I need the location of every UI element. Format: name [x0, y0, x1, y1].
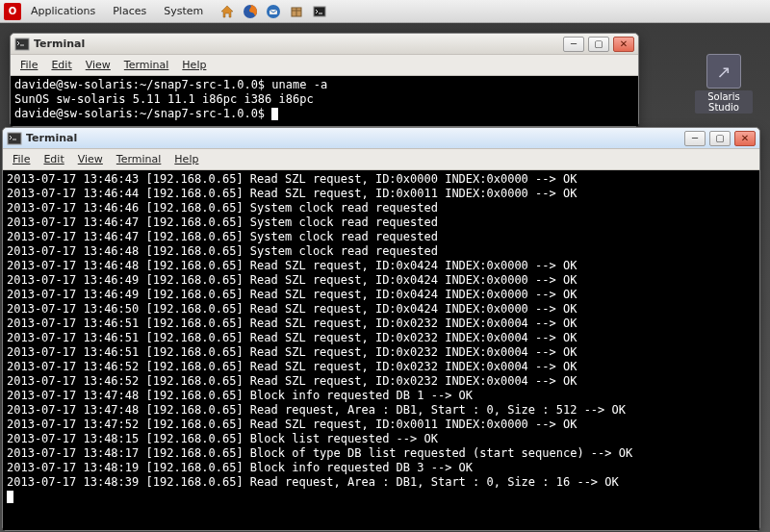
menu-edit[interactable]: Edit — [45, 57, 77, 73]
panel-menu-system[interactable]: System — [156, 3, 211, 19]
titlebar[interactable]: Terminal ─ ▢ ✕ — [11, 34, 638, 55]
menu-help[interactable]: Help — [168, 151, 204, 167]
menu-file[interactable]: File — [14, 57, 43, 73]
arrow-icon: ↗ — [706, 54, 741, 89]
close-button[interactable]: ✕ — [734, 131, 756, 146]
svg-rect-6 — [8, 133, 21, 144]
terminal-window-1[interactable]: Terminal ─ ▢ ✕ File Edit View Terminal H… — [10, 33, 639, 127]
home-icon[interactable] — [217, 2, 238, 21]
oracle-logo: O — [4, 3, 21, 20]
menu-terminal[interactable]: Terminal — [118, 57, 175, 73]
terminal-icon — [14, 37, 30, 52]
desktop-panel: O Applications Places System — [0, 0, 770, 23]
maximize-button[interactable]: ▢ — [709, 131, 731, 146]
terminal-output[interactable]: davide@sw-solaris:~/snap7-src-1.0.0$ una… — [11, 76, 638, 126]
panel-menu-applications[interactable]: Applications — [23, 3, 103, 19]
menu-terminal[interactable]: Terminal — [111, 151, 167, 167]
menu-file[interactable]: File — [7, 151, 36, 167]
menubar: File Edit View Terminal Help — [3, 149, 759, 170]
window-title: Terminal — [34, 38, 85, 50]
desktop-icon-label: Solaris Studio — [695, 90, 753, 114]
terminal-window-2[interactable]: Terminal ─ ▢ ✕ File Edit View Terminal H… — [2, 127, 760, 531]
svg-rect-5 — [15, 38, 29, 50]
panel-launchers — [217, 2, 330, 21]
panel-menu-places[interactable]: Places — [105, 3, 154, 19]
close-button[interactable]: ✕ — [613, 37, 634, 52]
window-title: Terminal — [26, 132, 77, 144]
minimize-button[interactable]: ─ — [684, 131, 706, 146]
titlebar[interactable]: Terminal ─ ▢ ✕ — [3, 128, 759, 149]
package-manager-icon[interactable] — [286, 2, 307, 21]
menu-view[interactable]: View — [80, 57, 116, 73]
thunderbird-icon[interactable] — [263, 2, 284, 21]
minimize-button[interactable]: ─ — [563, 37, 584, 52]
desktop-icon-solaris-studio[interactable]: ↗ Solaris Studio — [695, 54, 753, 114]
svg-rect-4 — [314, 7, 325, 16]
menu-edit[interactable]: Edit — [38, 151, 69, 167]
firefox-icon[interactable] — [240, 2, 261, 21]
maximize-button[interactable]: ▢ — [588, 37, 609, 52]
terminal-launcher-icon[interactable] — [309, 2, 330, 21]
terminal-icon — [7, 131, 22, 146]
menubar: File Edit View Terminal Help — [11, 55, 638, 76]
terminal-output[interactable]: 2013-07-17 13:46:43 [192.168.0.65] Read … — [3, 170, 759, 530]
menu-help[interactable]: Help — [176, 57, 212, 73]
menu-view[interactable]: View — [72, 151, 109, 167]
